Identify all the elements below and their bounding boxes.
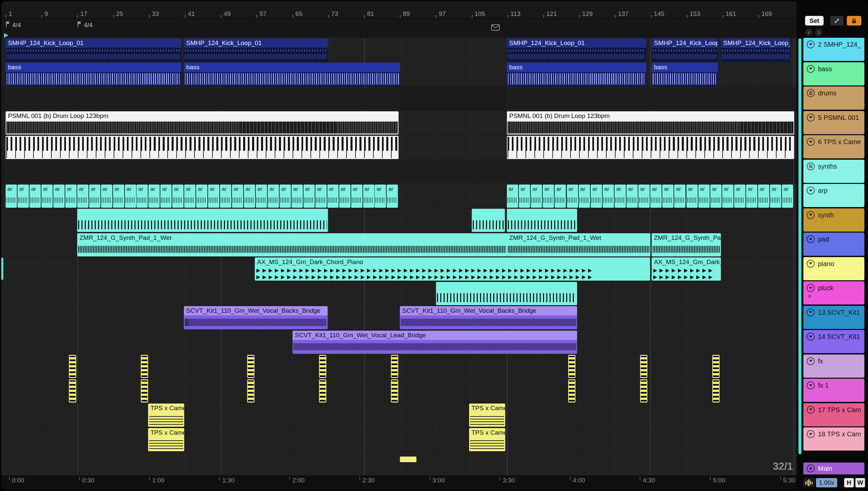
clip-bass[interactable]: bass [507,63,646,86]
clip-bass[interactable]: bass [652,63,718,86]
clip-arp[interactable]: ar [782,184,793,208]
clip-tps18[interactable]: TPS x Camel [148,428,184,451]
clip-pad[interactable]: ZMR_124_G_Synth_Pad_1_Wet [77,233,507,256]
clip-arp[interactable]: ar [184,184,196,208]
clip-piano[interactable]: AX_MS_124_Gm_Dark_Chord_Piano▶▶▶▶▶▶▶▶▶▶▶… [255,257,650,281]
clip-arp[interactable]: ar [244,184,255,208]
fold-arrow-icon[interactable] [807,114,815,122]
lane-fx1[interactable] [1,379,797,403]
clip-tps6[interactable] [507,136,794,159]
clip-pluck[interactable] [436,282,577,305]
clip-fx[interactable] [69,355,76,378]
clip-synth[interactable] [472,209,505,232]
set-button[interactable]: Set [805,16,823,26]
clip-piano[interactable]: AX_MS_124_Gm_Dark_Chord_Piano▶▶▶▶▶▶▶▶▶▶▶… [652,257,721,281]
fold-arrow-icon[interactable] [807,284,815,292]
clip-arp[interactable]: ar [208,184,219,208]
lane-scvt13[interactable] [1,306,797,330]
clip-arp[interactable]: ar [746,184,757,208]
lane-tps18[interactable] [1,427,797,452]
track-header-tps17[interactable]: 17 TPS x Camel [803,403,864,426]
clip-arp[interactable]: ar [519,184,530,208]
time-ruler[interactable]: 0:000:301:001:302:002:303:003:304:004:30… [1,475,797,491]
zoom-width-button[interactable]: W [856,478,865,487]
clip-arp[interactable]: ar [172,184,183,208]
clip-arp[interactable]: ar [555,184,566,208]
clip-scvt13[interactable]: SCVT_Kit1_110_Gm_Wet_Vocal_Backs_Bridge [184,306,328,329]
fold-arrow-icon[interactable] [807,430,815,438]
clip-arp[interactable]: ar [256,184,267,208]
clip-arp[interactable]: ar [507,184,518,208]
clip-arp[interactable]: ar [567,184,578,208]
clip-drums[interactable] [6,87,399,110]
clip-arp[interactable]: ar [77,184,88,208]
lane-tps17[interactable] [1,403,797,428]
clip-arp[interactable]: ar [650,184,662,208]
clip-bass[interactable]: bass [184,63,400,86]
track-header-drums[interactable]: drums [803,86,864,110]
clip-smhp-kick[interactable]: SMHP_124_Kick_Loop_01 [721,38,790,62]
clip-smhp-kick[interactable]: SMHP_124_Kick_Loop_01 [184,38,328,62]
track-header-arp[interactable]: arp [803,184,864,207]
zoom-height-button[interactable]: H [844,478,854,487]
clip-arp[interactable]: ar [303,184,315,208]
clip-arp[interactable]: ar [687,184,698,208]
lane-pluck[interactable] [1,281,797,306]
clip-arp[interactable]: ar [603,184,614,208]
clip-arp[interactable]: ar [638,184,650,208]
fold-arrow-icon[interactable] [807,309,815,316]
next-arrow-button[interactable]: › [815,28,822,36]
arrangement-start-marker[interactable] [4,33,8,38]
clip-synths[interactable] [6,160,793,183]
clip-fx1[interactable] [712,379,720,403]
clip-fx1[interactable] [141,379,148,403]
clip-arp[interactable]: ar [113,184,124,208]
zoom-level[interactable]: 1.00x [816,478,837,487]
clip-arp[interactable]: ar [770,184,781,208]
clip-fx[interactable] [319,355,326,378]
clip-fx1[interactable] [640,379,647,403]
waveform-icon[interactable] [803,478,815,487]
beat-time-ruler[interactable]: 1917253341495765738189971051131211291371… [1,1,797,18]
track-header-main[interactable]: Main [803,463,864,474]
track-header-pad[interactable]: pad [803,233,864,256]
envelope-icon[interactable] [491,24,500,32]
clip-arp[interactable]: ar [339,184,350,208]
clip-arp[interactable]: ar [351,184,363,208]
clip-tps17[interactable]: TPS x Camel [469,404,505,427]
fold-arrow-icon[interactable] [807,186,815,195]
clip-arp[interactable]: ar [196,184,207,208]
clip-fx[interactable] [712,355,720,378]
track-header-tps18[interactable]: 18 TPS x Camel [803,427,864,451]
lock-icon-button[interactable] [847,16,861,26]
fold-arrow-icon[interactable] [807,381,815,389]
clip-fx[interactable] [141,355,148,378]
clip-pad[interactable]: ZMR_124_G_Synth_Pad_1_Wet [652,233,721,256]
track-header-fx1[interactable]: fx 1 [803,379,864,402]
clip-fx1[interactable] [247,379,255,403]
clip-arp[interactable]: ar [137,184,148,208]
group-fold-icon[interactable] [807,89,815,97]
clip-smhp-kick[interactable]: SMHP_124_Kick_Loop_01 [6,38,181,62]
clip-fx1[interactable] [319,379,326,403]
track-header-bass[interactable]: bass [803,62,864,85]
fold-arrow-icon[interactable] [807,211,815,219]
fold-arrow-icon[interactable] [807,406,815,414]
clip-arp[interactable]: ar [268,184,279,208]
clip-fx1[interactable] [391,379,398,403]
clip-drums[interactable] [507,87,794,110]
clip-arp[interactable]: ar [41,184,53,208]
track-header-tps6[interactable]: 6 TPS x Camel [803,135,864,158]
clip-smhp-kick[interactable]: SMHP_124_Kick_Loop_01 [507,38,646,62]
clip-arp[interactable]: ar [65,184,77,208]
fold-arrow-icon[interactable] [807,333,815,341]
clip-fx[interactable] [640,355,647,378]
clip-arp[interactable]: ar [101,184,112,208]
clip-arp[interactable]: ar [674,184,686,208]
time-signature-marker[interactable]: 4/4 [77,21,92,29]
track-header-synths[interactable]: synths [803,160,864,183]
clip-synth[interactable] [507,209,577,232]
lane-fx[interactable] [1,354,797,379]
clip-scvt14[interactable]: SCVT_Kit1_110_Gm_Wet_Vocal_Lead_Bridge [292,330,577,354]
track-header-smhp-kick[interactable]: 2 SMHP_124_ [803,38,864,61]
